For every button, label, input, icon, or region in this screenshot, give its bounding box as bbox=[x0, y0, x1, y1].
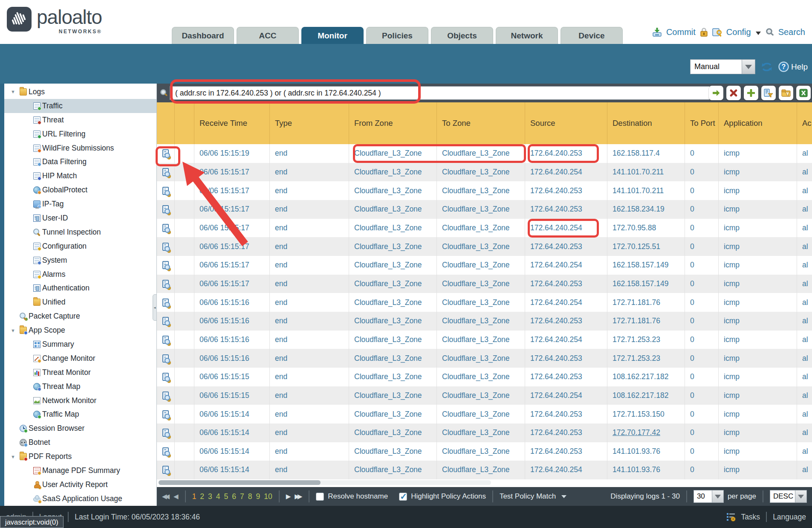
log-detail-icon[interactable] bbox=[162, 410, 169, 418]
log-detail-icon[interactable] bbox=[162, 373, 169, 381]
export-csv-button[interactable] bbox=[796, 86, 811, 100]
log-detail-icon[interactable] bbox=[162, 224, 169, 232]
sidebar-item-session-browser[interactable]: Session Browser bbox=[4, 421, 156, 435]
sidebar-item-pdf-reports[interactable]: ▼PDF Reports bbox=[4, 450, 156, 464]
log-detail-icon[interactable] bbox=[162, 299, 169, 307]
column-header-ac[interactable]: Ac bbox=[797, 102, 812, 144]
column-header-source[interactable]: Source bbox=[525, 102, 607, 144]
sidebar-item-data-filtering[interactable]: Data Filtering bbox=[4, 155, 156, 169]
search-button[interactable]: Search bbox=[778, 27, 805, 37]
log-detail-icon[interactable] bbox=[162, 392, 169, 400]
sort-order-dropdown-button[interactable] bbox=[795, 490, 806, 502]
last-page-button[interactable]: ▶▶ bbox=[295, 493, 302, 500]
page-number-8[interactable]: 8 bbox=[248, 492, 252, 501]
help-icon[interactable]: ? bbox=[778, 61, 789, 72]
apply-filter-button[interactable] bbox=[709, 86, 723, 100]
sidebar-item-unified[interactable]: Unified bbox=[4, 295, 156, 309]
horizontal-scrollbar[interactable] bbox=[159, 480, 491, 485]
log-detail-icon[interactable] bbox=[162, 317, 169, 325]
horizontal-scrollbar-thumb[interactable] bbox=[159, 480, 321, 485]
sidebar-item-alarms[interactable]: Alarms bbox=[4, 267, 156, 281]
commit-icon[interactable] bbox=[652, 27, 662, 37]
sidebar-item-user-id[interactable]: User-ID bbox=[4, 211, 156, 225]
sidebar-item-user-activity-report[interactable]: User Activity Report bbox=[4, 478, 156, 492]
per-page-select[interactable]: 30 bbox=[694, 490, 724, 503]
column-header-to-port[interactable]: To Port bbox=[685, 102, 719, 144]
page-number-4[interactable]: 4 bbox=[216, 492, 220, 501]
sidebar-item-tunnel-inspection[interactable]: Tunnel Inspection bbox=[4, 225, 156, 239]
refresh-icon[interactable] bbox=[761, 61, 773, 73]
tasks-icon[interactable] bbox=[726, 512, 737, 522]
page-number-10[interactable]: 10 bbox=[264, 492, 272, 501]
sidebar-item-globalprotect[interactable]: GlobalProtect bbox=[4, 183, 156, 197]
page-number-9[interactable]: 9 bbox=[256, 492, 260, 501]
previous-page-button[interactable]: ◀ bbox=[173, 493, 179, 500]
log-detail-icon[interactable] bbox=[162, 336, 169, 344]
saved-filters-folder-button[interactable] bbox=[779, 86, 793, 100]
tab-network[interactable]: Network bbox=[496, 27, 558, 44]
sidebar-collapse-handle[interactable]: ◂ bbox=[153, 294, 157, 321]
page-number-5[interactable]: 5 bbox=[224, 492, 228, 501]
page-number-3[interactable]: 3 bbox=[208, 492, 212, 501]
log-detail-icon[interactable] bbox=[162, 429, 169, 437]
sidebar-item-network-monitor[interactable]: Network Monitor bbox=[4, 394, 156, 408]
config-caret-icon[interactable] bbox=[756, 32, 761, 35]
log-detail-icon[interactable] bbox=[162, 243, 169, 251]
page-number-6[interactable]: 6 bbox=[232, 492, 236, 501]
log-detail-icon[interactable] bbox=[162, 447, 169, 455]
tab-objects[interactable]: Objects bbox=[431, 27, 493, 44]
column-header-blank[interactable] bbox=[157, 102, 175, 144]
filter-builder-button[interactable] bbox=[761, 86, 776, 100]
log-detail-icon[interactable] bbox=[162, 280, 169, 288]
clear-filter-button[interactable] bbox=[726, 86, 741, 100]
sidebar-item-configuration[interactable]: Configuration bbox=[4, 239, 156, 253]
test-policy-match-button[interactable]: Test Policy Match bbox=[500, 492, 556, 501]
tab-policies[interactable]: Policies bbox=[366, 27, 428, 44]
sidebar-item-manage-pdf-summary[interactable]: Manage PDF Summary bbox=[4, 464, 156, 478]
tab-acc[interactable]: ACC bbox=[237, 27, 299, 44]
sidebar-item-app-scope[interactable]: ▼App Scope bbox=[4, 323, 156, 337]
sidebar-item-packet-capture[interactable]: Packet Capture bbox=[4, 309, 156, 323]
tree-expander-icon[interactable]: ▼ bbox=[9, 89, 20, 94]
sidebar-item-threat[interactable]: Threat bbox=[4, 113, 156, 127]
sidebar-item-summary[interactable]: Summary bbox=[4, 337, 156, 351]
log-detail-icon[interactable] bbox=[162, 187, 169, 195]
chevron-down-icon[interactable] bbox=[561, 495, 566, 498]
log-detail-icon[interactable] bbox=[162, 168, 169, 176]
column-header-from-zone[interactable]: From Zone bbox=[349, 102, 437, 144]
refresh-interval-select[interactable]: Manual bbox=[690, 59, 755, 74]
config-icon[interactable] bbox=[712, 27, 722, 37]
commit-button[interactable]: Commit bbox=[666, 27, 696, 37]
column-header-blank[interactable] bbox=[175, 102, 194, 144]
sidebar-item-traffic-map[interactable]: Traffic Map bbox=[4, 407, 156, 421]
tab-device[interactable]: Device bbox=[561, 27, 623, 44]
column-header-to-zone[interactable]: To Zone bbox=[437, 102, 525, 144]
tasks-button[interactable]: Tasks bbox=[741, 513, 760, 522]
page-number-2[interactable]: 2 bbox=[200, 492, 204, 501]
sidebar-item-threat-map[interactable]: Threat Map bbox=[4, 380, 156, 394]
add-filter-button[interactable] bbox=[744, 86, 758, 100]
log-detail-icon[interactable] bbox=[162, 354, 169, 363]
filter-query-input[interactable] bbox=[170, 86, 710, 100]
lock-icon[interactable] bbox=[699, 27, 708, 37]
refresh-interval-dropdown-button[interactable] bbox=[742, 60, 755, 74]
sidebar-item-saas-application-usage[interactable]: SaaS Application Usage bbox=[4, 492, 156, 506]
page-number-1[interactable]: 1 bbox=[192, 492, 196, 501]
sidebar-item-hip-match[interactable]: HIP Match bbox=[4, 169, 156, 183]
column-header-type[interactable]: Type bbox=[270, 102, 349, 144]
column-header-receive-time[interactable]: Receive Time bbox=[194, 102, 270, 144]
sidebar-item-traffic[interactable]: Traffic bbox=[4, 99, 156, 113]
help-label[interactable]: Help bbox=[791, 62, 808, 72]
page-number-7[interactable]: 7 bbox=[240, 492, 244, 501]
sidebar-item-url-filtering[interactable]: URL Filtering bbox=[4, 127, 156, 141]
sidebar-item-threat-monitor[interactable]: Threat Monitor bbox=[4, 366, 156, 380]
next-page-button[interactable]: ▶ bbox=[286, 493, 291, 500]
highlight-policy-actions-checkbox[interactable] bbox=[399, 493, 407, 501]
sort-order-select[interactable]: DESC bbox=[770, 490, 807, 503]
sidebar-item-ip-tag[interactable]: IP-Tag bbox=[4, 197, 156, 211]
column-header-destination[interactable]: Destination bbox=[607, 102, 685, 144]
config-button[interactable]: Config bbox=[726, 27, 751, 37]
tab-monitor[interactable]: Monitor bbox=[301, 27, 364, 44]
log-detail-icon[interactable] bbox=[162, 205, 169, 213]
tree-expander-icon[interactable]: ▼ bbox=[9, 454, 20, 459]
